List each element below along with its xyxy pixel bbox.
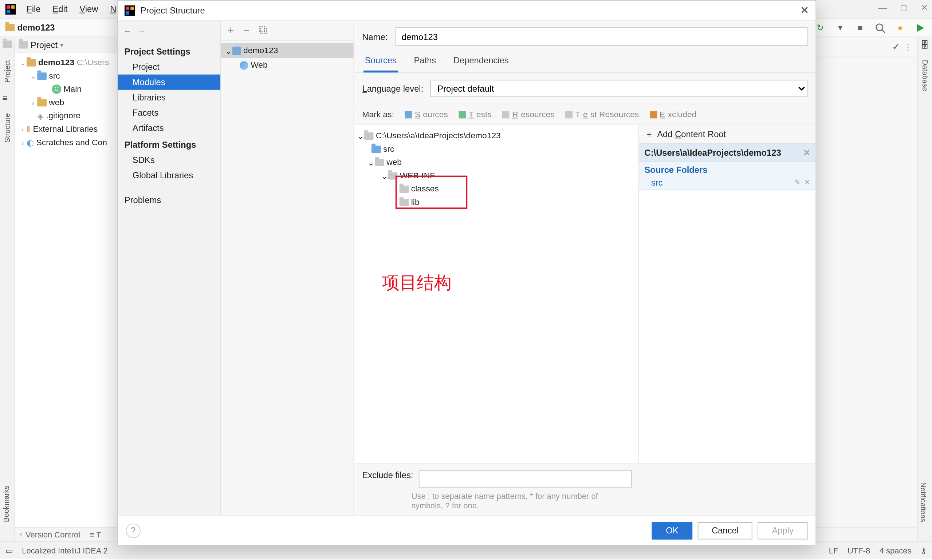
module-facet-web[interactable]: Web <box>221 58 353 72</box>
nav-item-project[interactable]: Project <box>118 59 221 75</box>
module-name-input[interactable] <box>395 27 807 46</box>
inspections-ok-icon[interactable]: ✓ <box>892 42 900 52</box>
edit-icon[interactable]: ✎ <box>794 178 800 187</box>
mark-test-resources-button[interactable]: Test Resources <box>565 110 639 119</box>
tree-content-root[interactable]: ⌄ C:\Users\a\IdeaProjects\demo123 <box>354 129 639 143</box>
chevron-down-icon[interactable]: ▾ <box>834 21 847 35</box>
module-tabs: Sources Paths Dependencies <box>354 51 815 73</box>
project-rail-icon[interactable] <box>2 40 12 49</box>
tree-src-folder[interactable]: src <box>354 142 639 156</box>
apply-button[interactable]: Apply <box>758 522 807 539</box>
module-item-demo123[interactable]: ⌄ demo123 <box>221 43 353 58</box>
nav-item-sdks[interactable]: SDKs <box>118 152 221 168</box>
web-icon <box>240 61 248 69</box>
dialog-left-nav: ← → Project Settings Project Modules Lib… <box>118 21 221 515</box>
exclude-files-hint: Use ; to separate name patterns, * for a… <box>354 492 634 515</box>
source-folder-src[interactable]: src ✎✕ <box>639 176 815 189</box>
tree-web-folder[interactable]: ⌄ web <box>354 156 639 169</box>
breadcrumb-project[interactable]: demo123 <box>17 23 55 32</box>
cancel-button[interactable]: Cancel <box>698 522 753 539</box>
project-panel-title[interactable]: Project <box>31 40 57 50</box>
rail-notifications[interactable]: Notifications <box>917 480 929 525</box>
rail-structure[interactable]: Structure <box>3 111 11 146</box>
content-roots-panel: ＋Add Content Root C:\Users\a\IdeaProject… <box>639 125 815 463</box>
menu-edit[interactable]: Edit <box>47 2 73 15</box>
stop-icon[interactable]: ■ <box>853 21 867 35</box>
content-root-path[interactable]: C:\Users\a\IdeaProjects\demo123 ✕ <box>639 144 815 162</box>
source-folder-icon <box>37 72 46 79</box>
status-line-ending[interactable]: LF <box>829 546 838 555</box>
nav-item-problems[interactable]: Problems <box>118 192 221 208</box>
rail-database[interactable]: Database <box>921 57 929 94</box>
folder-icon <box>37 98 46 106</box>
remove-content-root-icon[interactable]: ✕ <box>803 148 810 158</box>
structure-rail-icon[interactable]: ≡ <box>2 93 12 103</box>
modules-list-panel: + − ⿻ ⌄ demo123 Web <box>221 21 354 515</box>
dialog-titlebar: Project Structure ✕ <box>118 1 816 21</box>
tab-sources[interactable]: Sources <box>364 51 398 72</box>
window-close-icon[interactable]: ✕ <box>921 3 928 12</box>
dialog-title: Project Structure <box>140 5 205 15</box>
name-label: Name: <box>362 32 387 42</box>
status-indent[interactable]: 4 spaces <box>880 546 912 555</box>
exclude-files-input[interactable] <box>418 470 631 488</box>
module-icon <box>232 46 241 55</box>
tab-version-control[interactable]: ᚲ Version Control <box>19 530 80 539</box>
bulb-icon[interactable]: ● <box>893 21 907 35</box>
tree-gitignore[interactable]: ◈ .gitignore <box>15 109 117 123</box>
menu-view[interactable]: View <box>74 2 103 15</box>
help-button[interactable]: ? <box>126 523 140 538</box>
project-panel-header: Project ▾ <box>15 37 117 53</box>
window-minimize-icon[interactable]: — <box>878 3 887 12</box>
module-detail-panel: Name: Sources Paths Dependencies Languag… <box>354 21 815 515</box>
svg-rect-10 <box>126 11 129 14</box>
status-encoding[interactable]: UTF-8 <box>847 546 870 555</box>
exclude-files-label: Exclude files: <box>362 470 413 480</box>
add-module-icon[interactable]: + <box>228 25 234 36</box>
remove-icon[interactable]: ✕ <box>804 178 810 187</box>
database-rail-icon[interactable]: 🗄 <box>920 40 930 49</box>
ok-button[interactable]: OK <box>652 522 692 539</box>
tree-src[interactable]: ⌄ src <box>15 69 117 83</box>
tab-todo[interactable]: ≡ T <box>89 530 101 539</box>
remove-module-icon[interactable]: − <box>243 25 250 36</box>
more-icon[interactable]: ⋮ <box>904 42 912 52</box>
copy-module-icon[interactable]: ⿻ <box>259 25 268 35</box>
nav-item-artifacts[interactable]: Artifacts <box>118 120 221 136</box>
menu-file[interactable]: FFileile <box>21 2 46 15</box>
language-level-select[interactable]: Project default <box>430 80 808 97</box>
svg-rect-9 <box>130 6 134 9</box>
app-logo-icon <box>5 4 16 14</box>
nav-item-modules[interactable]: Modules <box>118 75 221 90</box>
project-tool-window: Project ▾ ⌄ demo123 C:\Users ⌄ src C Mai… <box>15 37 118 542</box>
dialog-close-icon[interactable]: ✕ <box>800 4 809 17</box>
search-icon[interactable] <box>873 21 887 35</box>
tree-main[interactable]: C Main <box>15 83 117 96</box>
nav-back-icon[interactable]: ← <box>123 26 132 35</box>
svg-rect-3 <box>6 10 10 13</box>
nav-item-global-libraries[interactable]: Global Libraries <box>118 168 221 183</box>
tree-web[interactable]: › web <box>15 96 117 109</box>
nav-item-libraries[interactable]: Libraries <box>118 90 221 105</box>
add-content-root-button[interactable]: ＋Add Content Root <box>639 125 815 144</box>
mark-sources-button[interactable]: Sources <box>404 110 448 119</box>
tree-project-root[interactable]: ⌄ demo123 C:\Users <box>15 56 117 69</box>
window-maximize-icon[interactable]: ◻ <box>900 3 907 12</box>
mark-resources-button[interactable]: Resources <box>502 110 555 119</box>
play-icon[interactable] <box>913 21 927 35</box>
mark-excluded-button[interactable]: Excluded <box>650 110 697 119</box>
status-lock-icon[interactable]: ⚷ <box>921 546 927 555</box>
tree-external-libraries[interactable]: ›⫴ External Libraries <box>15 122 117 136</box>
svg-rect-8 <box>126 6 129 9</box>
tree-scratches[interactable]: ›◐ Scratches and Con <box>15 136 117 149</box>
tab-paths[interactable]: Paths <box>413 51 437 72</box>
nav-item-facets[interactable]: Facets <box>118 105 221 120</box>
source-folder-icon <box>372 145 381 152</box>
mark-tests-button[interactable]: Tests <box>458 110 492 119</box>
rail-project[interactable]: Project <box>3 57 11 85</box>
chevron-down-icon[interactable]: ▾ <box>60 41 63 48</box>
tab-dependencies[interactable]: Dependencies <box>452 51 510 72</box>
rail-bookmarks[interactable]: Bookmarks <box>0 483 12 525</box>
status-icon[interactable]: ▭ <box>5 546 13 555</box>
nav-forward-icon[interactable]: → <box>137 26 146 35</box>
